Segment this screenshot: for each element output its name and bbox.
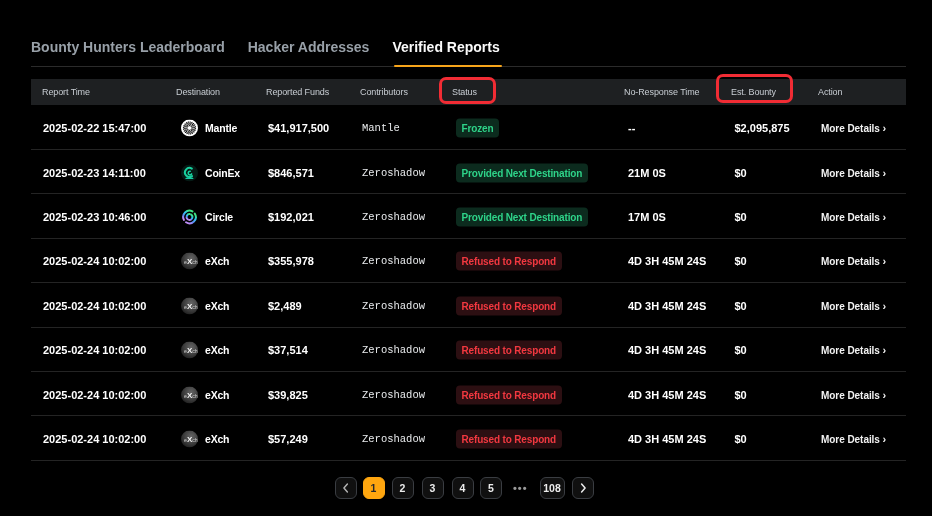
svg-text:ch: ch (192, 303, 198, 309)
svg-text:ch: ch (192, 259, 198, 265)
svg-text:ch: ch (192, 348, 198, 354)
svg-text:ch: ch (192, 437, 198, 443)
svg-text:ch: ch (192, 392, 198, 398)
